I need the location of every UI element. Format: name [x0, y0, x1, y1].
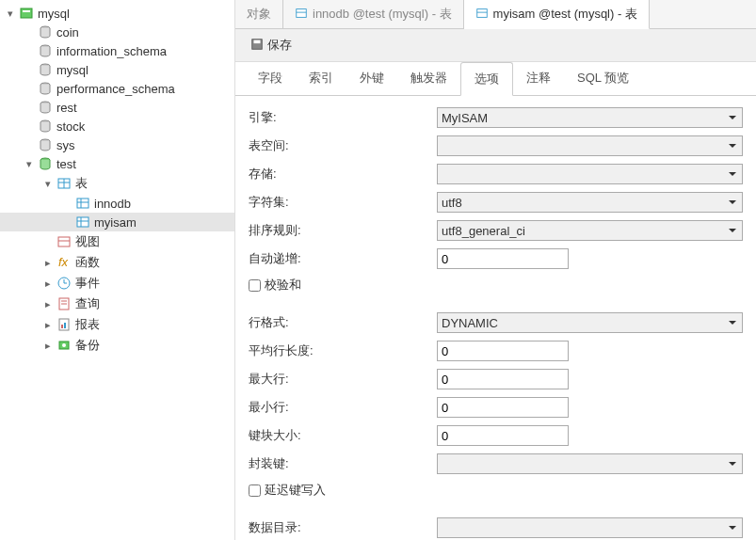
child-tab-triggers[interactable]: 触发器	[397, 62, 460, 95]
tree-db-sys[interactable]: ▸sys	[0, 135, 234, 154]
tab-myisam[interactable]: myisam @test (mysql) - 表	[464, 0, 650, 29]
table-icon	[75, 214, 90, 230]
tree-table-label: innodb	[94, 197, 131, 211]
save-button-label: 保存	[267, 37, 292, 54]
tab-innodb[interactable]: innodb @test (mysql) - 表	[283, 0, 464, 28]
tablespace-select[interactable]	[437, 135, 743, 156]
tree-folder-backups[interactable]: ▸备份	[0, 335, 234, 356]
tree-table-innodb[interactable]: ▸innodb	[0, 194, 234, 213]
charset-value: utf8	[442, 196, 462, 210]
chevron-down-icon[interactable]: ▾	[41, 178, 55, 190]
save-button[interactable]: 保存	[245, 35, 298, 56]
tab-objects[interactable]: 对象	[235, 0, 283, 28]
delaykey-input[interactable]	[249, 484, 261, 497]
collation-select[interactable]: utf8_general_ci	[437, 220, 743, 241]
delaykey-checkbox[interactable]: 延迟键写入	[249, 482, 326, 499]
database-icon	[38, 156, 53, 171]
rowformat-select[interactable]: DYNAMIC	[437, 312, 743, 333]
options-panel: 引擎:MyISAM 表空间: 存储: 字符集:utf8 排序规则:utf8_ge…	[235, 96, 756, 540]
svg-rect-29	[61, 325, 63, 328]
tree-folder-functions[interactable]: ▸fx函数	[0, 252, 234, 273]
svg-rect-1	[23, 10, 30, 12]
child-tab-fk[interactable]: 外键	[346, 62, 397, 95]
query-icon	[56, 296, 72, 311]
engine-select[interactable]: MyISAM	[437, 107, 743, 128]
avgrowlen-input[interactable]	[437, 341, 569, 361]
tablespace-label: 表空间:	[249, 137, 437, 154]
tab-label: 对象	[247, 6, 271, 23]
storage-select[interactable]	[437, 164, 743, 184]
svg-text:fx: fx	[58, 255, 69, 269]
maxrows-input[interactable]	[437, 369, 569, 389]
event-icon	[56, 276, 72, 291]
child-tab-sqlpreview[interactable]: SQL 预览	[564, 62, 642, 95]
chevron-down-icon[interactable]: ▾	[4, 8, 17, 20]
tree-db-label: mysql	[56, 63, 88, 77]
minrows-label: 最小行:	[249, 399, 437, 416]
storage-label: 存储:	[249, 166, 437, 183]
packkeys-select[interactable]	[437, 453, 743, 474]
autoinc-label: 自动递增:	[249, 250, 437, 267]
svg-rect-16	[77, 217, 88, 227]
tab-label: innodb @test (mysql) - 表	[313, 6, 452, 23]
database-icon	[38, 24, 53, 40]
datadir-select[interactable]	[437, 517, 743, 538]
database-icon	[38, 62, 53, 77]
tree-root-connection[interactable]: ▾ mysql	[0, 4, 234, 23]
charset-select[interactable]: utf8	[437, 192, 743, 213]
child-tab-indexes[interactable]: 索引	[296, 62, 346, 95]
tree-db-information-schema[interactable]: ▸information_schema	[0, 41, 234, 60]
svg-rect-33	[297, 8, 307, 17]
tree-db-label: test	[56, 157, 76, 171]
tree-db-label: stock	[56, 119, 85, 134]
tree-folder-tables[interactable]: ▾表	[0, 173, 234, 194]
tree-folder-views[interactable]: ▸视图	[0, 231, 234, 252]
svg-rect-38	[254, 40, 261, 43]
chevron-right-icon[interactable]: ▸	[41, 298, 55, 310]
tree-db-test[interactable]: ▾test	[0, 154, 234, 173]
charset-label: 字符集:	[249, 194, 437, 211]
autoinc-input[interactable]	[437, 248, 569, 269]
child-tab-options[interactable]: 选项	[460, 62, 513, 96]
tree-folder-queries[interactable]: ▸查询	[0, 294, 234, 314]
database-icon	[38, 119, 53, 134]
checksum-label: 校验和	[265, 277, 301, 294]
svg-point-32	[62, 343, 66, 347]
connection-icon	[19, 6, 34, 21]
function-icon: fx	[56, 255, 72, 270]
backup-icon	[56, 338, 72, 353]
tree-db-rest[interactable]: ▸rest	[0, 98, 234, 117]
tree-folder-events[interactable]: ▸事件	[0, 273, 234, 294]
designer-tabs: 字段 索引 外键 触发器 选项 注释 SQL 预览	[235, 62, 756, 96]
rowformat-value: DYNAMIC	[442, 316, 498, 330]
delaykey-label: 延迟键写入	[265, 482, 326, 499]
checksum-input[interactable]	[249, 279, 261, 292]
tree-db-stock[interactable]: ▸stock	[0, 117, 234, 135]
collation-label: 排序规则:	[249, 222, 437, 239]
checksum-checkbox[interactable]: 校验和	[249, 277, 301, 294]
svg-rect-13	[77, 199, 88, 208]
tree-folder-label: 报表	[75, 316, 100, 333]
database-icon	[38, 43, 53, 58]
chevron-right-icon[interactable]: ▸	[41, 340, 55, 352]
database-icon	[38, 137, 53, 152]
database-icon	[38, 100, 53, 115]
tree-folder-reports[interactable]: ▸报表	[0, 314, 234, 335]
tree-db-label: information_schema	[56, 44, 167, 58]
tree-db-coin[interactable]: ▸coin	[0, 23, 234, 41]
svg-rect-0	[21, 8, 32, 18]
child-tab-fields[interactable]: 字段	[245, 62, 296, 95]
chevron-down-icon[interactable]: ▾	[23, 158, 36, 170]
tree-table-myisam[interactable]: ▸myisam	[0, 213, 234, 231]
chevron-right-icon[interactable]: ▸	[41, 278, 55, 290]
tree-folder-label: 事件	[75, 275, 100, 292]
tree-folder-label: 备份	[75, 337, 100, 354]
chevron-right-icon[interactable]: ▸	[41, 319, 55, 331]
keyblock-input[interactable]	[437, 425, 569, 446]
rowformat-label: 行格式:	[249, 314, 437, 331]
tree-db-mysql[interactable]: ▸mysql	[0, 60, 234, 79]
chevron-right-icon[interactable]: ▸	[41, 257, 55, 269]
tree-db-performance-schema[interactable]: ▸performance_schema	[0, 79, 234, 98]
minrows-input[interactable]	[437, 397, 569, 418]
child-tab-comment[interactable]: 注释	[513, 62, 564, 95]
